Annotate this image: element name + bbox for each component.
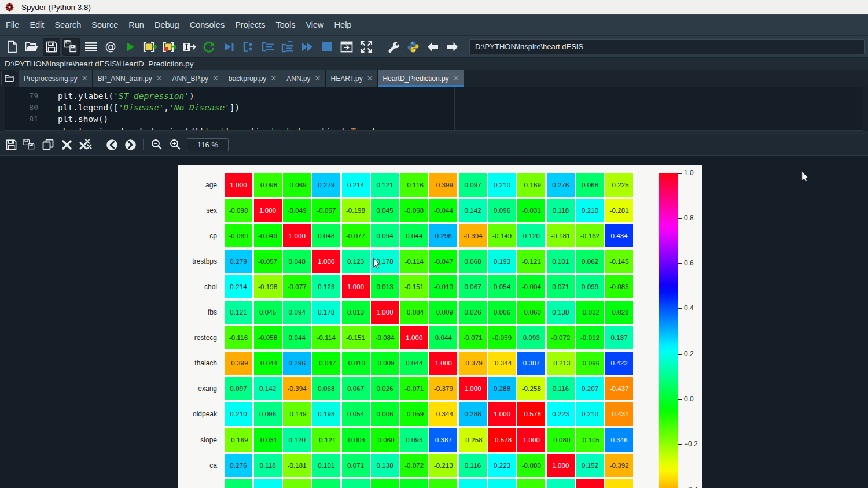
row-label-ca: ca bbox=[178, 461, 217, 469]
heatmap-cell: -0.181 bbox=[283, 454, 311, 477]
heatmap-cell: -0.060 bbox=[371, 428, 399, 452]
heatmap-cell: -0.258 bbox=[517, 377, 545, 400]
heatmap-cell: -0.121 bbox=[517, 250, 545, 273]
preferences-button[interactable] bbox=[385, 38, 402, 56]
previous-plot-button[interactable] bbox=[104, 136, 120, 153]
fullscreen-icon bbox=[360, 40, 373, 53]
tab-Preprocessing.py[interactable]: Preprocessing.py✕ bbox=[19, 70, 93, 87]
menu-search[interactable]: Search bbox=[49, 15, 86, 35]
tab-BP_ANN_train.py[interactable]: BP_ANN_train.py✕ bbox=[93, 70, 167, 87]
heatmap-cell: -0.080 bbox=[547, 428, 575, 452]
menu-edit[interactable]: Edit bbox=[24, 15, 49, 35]
previous-plot-icon bbox=[106, 139, 118, 151]
row-label-oldpeak: oldpeak bbox=[178, 410, 217, 418]
run-cell-advance-icon bbox=[163, 41, 176, 53]
menu-source[interactable]: Source bbox=[86, 15, 123, 35]
tab-HEART.py[interactable]: HEART.py✕ bbox=[326, 70, 378, 87]
working-directory-combo[interactable]: D:\PYTHON\Inspire\heart dESIS bbox=[469, 39, 865, 54]
menu-debug[interactable]: Debug bbox=[149, 15, 185, 35]
colorbar-tick bbox=[678, 263, 682, 264]
save-all-button[interactable] bbox=[62, 38, 80, 56]
tab-HeartD_Prediction.py[interactable]: HeartD_Prediction.py✕ bbox=[378, 70, 464, 87]
heatmap-cell: 0.067 bbox=[342, 377, 370, 400]
menu-view[interactable]: View bbox=[300, 15, 329, 35]
back-button[interactable] bbox=[424, 38, 442, 56]
spyder-logo-icon bbox=[5, 3, 14, 12]
close-all-plots-button[interactable] bbox=[77, 136, 93, 153]
step-into-button[interactable] bbox=[279, 38, 296, 56]
run-selection-button[interactable] bbox=[181, 38, 198, 56]
forward-button[interactable] bbox=[444, 38, 461, 56]
save-plot-button[interactable] bbox=[3, 136, 19, 153]
zoom-in-button[interactable] bbox=[167, 136, 183, 153]
tab-close-icon[interactable]: ✕ bbox=[212, 75, 219, 82]
zoom-out-button[interactable] bbox=[149, 136, 165, 153]
heatmap-cell: -0.578 bbox=[488, 428, 516, 452]
run-cell-button[interactable] bbox=[141, 38, 159, 56]
colorbar-tick-label: −0.4 bbox=[684, 486, 698, 488]
rerun-cell-button[interactable] bbox=[200, 38, 218, 56]
fullscreen-button[interactable] bbox=[358, 38, 375, 56]
menu-projects[interactable]: Projects bbox=[230, 15, 270, 35]
browse-tabs-button[interactable] bbox=[1, 71, 17, 86]
tab-close-icon[interactable]: ✕ bbox=[315, 75, 321, 82]
next-plot-button[interactable] bbox=[122, 136, 138, 153]
copy-plot-button[interactable] bbox=[40, 136, 56, 153]
heatmap-cell: -0.114 bbox=[400, 250, 428, 273]
menu-file[interactable]: File bbox=[1, 15, 24, 35]
continue-button[interactable] bbox=[299, 38, 316, 56]
menu-run[interactable]: Run bbox=[123, 15, 149, 35]
tab-ANN_BP.py[interactable]: ANN_BP.py✕ bbox=[167, 70, 223, 87]
heatmap-cell: 0.152 bbox=[547, 479, 575, 488]
row-label-cp: cp bbox=[178, 232, 217, 240]
colorbar-tick-label: 0.0 bbox=[684, 395, 694, 403]
tab-close-icon[interactable]: ✕ bbox=[453, 75, 459, 82]
tab-close-icon[interactable]: ✕ bbox=[270, 75, 277, 82]
tab-close-icon[interactable]: ✕ bbox=[156, 75, 163, 82]
menu-tools[interactable]: Tools bbox=[271, 15, 301, 35]
debug-cell-icon bbox=[242, 41, 255, 53]
heatmap-cell: -0.085 bbox=[605, 275, 633, 298]
symbol-finder-button[interactable]: @ bbox=[102, 38, 119, 56]
row-label-fbs: fbs bbox=[178, 308, 217, 316]
heatmap-cell: -0.047 bbox=[429, 250, 457, 273]
run-button[interactable] bbox=[122, 38, 139, 56]
heatmap-cell: -0.057 bbox=[254, 250, 282, 273]
debug-file-button[interactable] bbox=[220, 38, 237, 56]
tab-close-icon[interactable]: ✕ bbox=[367, 75, 373, 82]
heatmap-cell: 0.094 bbox=[371, 224, 399, 247]
close-plot-button[interactable] bbox=[58, 136, 75, 153]
file-switcher-button[interactable] bbox=[82, 38, 100, 56]
debug-cell-button[interactable] bbox=[240, 38, 257, 56]
heatmap-cell: 0.048 bbox=[283, 250, 311, 273]
save-all-plots-button[interactable] bbox=[21, 136, 38, 153]
code-editor-pane[interactable]: 79plt.ylabel('ST depression')80plt.legen… bbox=[5, 87, 455, 131]
colorbar-tick bbox=[678, 173, 682, 174]
next-plot-icon bbox=[124, 139, 137, 151]
heatmap-cell: 1.000 bbox=[312, 250, 340, 273]
stop-button[interactable] bbox=[318, 38, 336, 56]
heatmap-cell: 1.000 bbox=[459, 377, 487, 400]
maximize-pane-button[interactable] bbox=[338, 38, 355, 56]
tab-close-icon[interactable]: ✕ bbox=[82, 75, 88, 82]
new-file-button[interactable] bbox=[3, 38, 21, 56]
tab-ANN.py[interactable]: ANN.py✕ bbox=[281, 70, 325, 87]
run-cell-advance-button[interactable] bbox=[161, 38, 178, 56]
maximize-pane-icon bbox=[340, 41, 353, 53]
heatmap-cell: 0.279 bbox=[225, 250, 252, 273]
heatmap-cell: 0.013 bbox=[342, 301, 370, 324]
python-path-button[interactable] bbox=[404, 38, 422, 56]
save-button[interactable] bbox=[43, 38, 60, 56]
step-over-button[interactable] bbox=[259, 38, 277, 56]
plot-zoom-level[interactable]: 116 % bbox=[187, 138, 229, 151]
open-file-button[interactable] bbox=[23, 38, 41, 56]
heatmap-cell: -0.181 bbox=[547, 224, 575, 247]
code-line: 79plt.ylabel('ST depression') bbox=[5, 90, 454, 102]
heatmap-cell: 0.296 bbox=[429, 224, 457, 247]
heatmap-cell: -0.344 bbox=[605, 479, 633, 488]
window-title: Spyder (Python 3.8) bbox=[21, 3, 91, 12]
tab-backprop.py[interactable]: backprop.py✕ bbox=[223, 70, 281, 87]
menu-consoles[interactable]: Consoles bbox=[185, 15, 230, 35]
heatmap-cell: 0.422 bbox=[605, 352, 633, 375]
menu-help[interactable]: Help bbox=[329, 15, 357, 35]
